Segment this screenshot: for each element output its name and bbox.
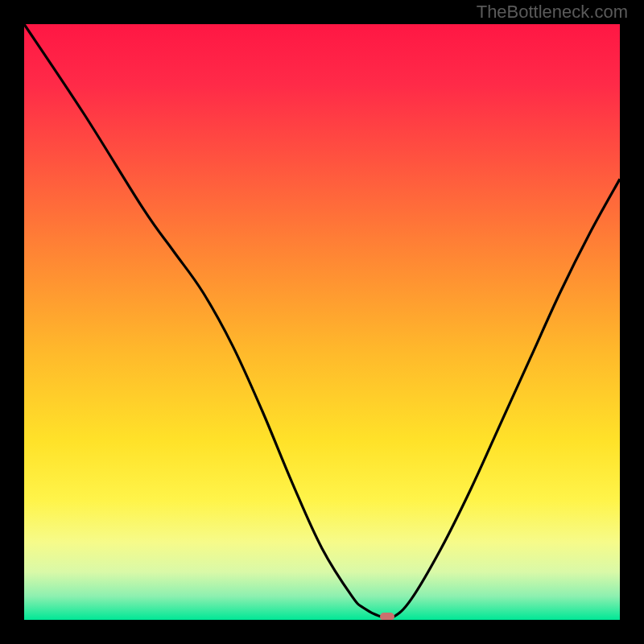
plot-area <box>24 24 620 620</box>
watermark-text: TheBottleneck.com <box>477 2 628 23</box>
optimal-marker <box>380 613 394 620</box>
chart-container: TheBottleneck.com <box>0 0 644 644</box>
bottleneck-curve <box>24 24 620 620</box>
